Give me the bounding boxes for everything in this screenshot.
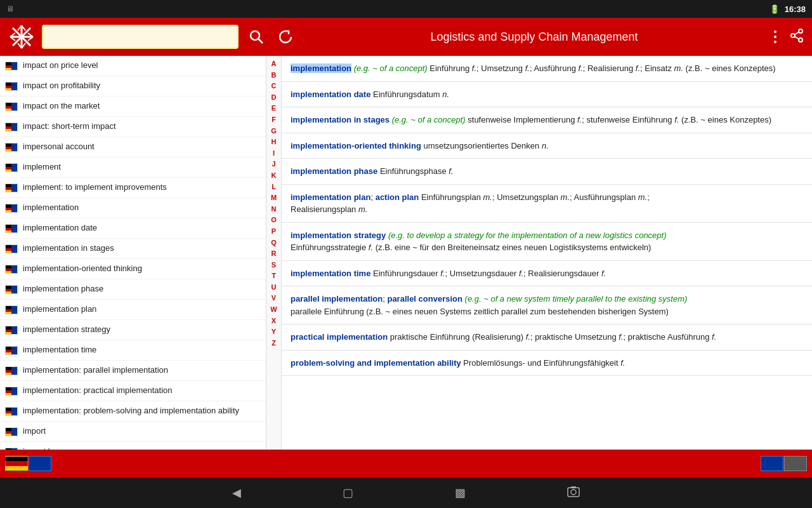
example-text: (e.g. ~ of a new system timely parallel …	[465, 294, 688, 304]
list-item[interactable]: import	[0, 422, 266, 442]
definition-text: Einführungsstrategie f. (z.B. eine ~ für…	[291, 243, 651, 252]
alpha-N[interactable]: N	[272, 204, 277, 215]
alpha-S[interactable]: S	[272, 260, 276, 271]
list-item[interactable]: implementation-oriented thinking	[0, 259, 266, 279]
list-item[interactable]: implementation plan	[0, 300, 266, 320]
screen-icon: 🖥	[6, 4, 14, 13]
definition-implementation-strategy[interactable]: implementation strategy (e.g. to develop…	[282, 223, 812, 261]
term-label: implementation time	[291, 269, 370, 278]
list-item[interactable]: impact on price level	[0, 56, 266, 76]
alpha-O[interactable]: O	[271, 215, 277, 226]
left-panel: impact on price level impact on profitab…	[0, 56, 266, 450]
definition-implementation-stages[interactable]: implementation in stages (e.g. ~ of a co…	[282, 107, 812, 133]
screenshot-button[interactable]	[567, 486, 580, 500]
alpha-B[interactable]: B	[272, 70, 277, 81]
list-item[interactable]: implementation in stages	[0, 239, 266, 259]
alpha-H[interactable]: H	[272, 137, 277, 148]
list-item[interactable]: implementation date	[0, 218, 266, 239]
app-title: Logistics and Supply Chain Management	[430, 30, 638, 43]
alpha-E[interactable]: E	[272, 103, 276, 114]
definition-text: Einführung f.; Umsetzung f.; Ausführung …	[429, 64, 775, 73]
alpha-R[interactable]: R	[272, 248, 277, 260]
share-button[interactable]	[789, 28, 804, 46]
example-text: (e.g. to develop a strategy for the impl…	[388, 231, 667, 240]
recents-button[interactable]: ▩	[455, 486, 466, 500]
svg-line-18	[795, 32, 799, 34]
term-label: implementation in stages	[291, 115, 390, 124]
list-item[interactable]: implementation: parallel implementation	[0, 361, 266, 381]
time-display: 16:38	[785, 4, 806, 14]
list-item[interactable]: implementation time	[0, 340, 266, 361]
alpha-C[interactable]: C	[272, 81, 277, 92]
app-logo	[8, 23, 36, 51]
definition-implementation-date[interactable]: implementation date Einführungsdatum n.	[282, 82, 812, 108]
list-item[interactable]: import ban	[0, 442, 266, 450]
list-item[interactable]: implementation phase	[0, 279, 266, 300]
definition-implementation-oriented[interactable]: implementation-oriented thinking umsetzu…	[282, 133, 812, 159]
alpha-V[interactable]: V	[272, 293, 276, 304]
svg-line-17	[795, 36, 799, 39]
definition-parallel-implementation[interactable]: parallel implementation; parallel conver…	[282, 286, 812, 324]
svg-point-16	[799, 38, 802, 42]
alpha-D[interactable]: D	[272, 92, 277, 104]
definition-implementation-phase[interactable]: implementation phase Einführungsphase f.	[282, 159, 812, 185]
alpha-A[interactable]: A	[272, 58, 277, 70]
definition-implementation-time[interactable]: implementation time Einführungsdauer f.;…	[282, 261, 812, 287]
bottom-flags-right[interactable]	[761, 456, 807, 471]
definition-text: Einführungsphase f.	[380, 166, 454, 176]
svg-point-12	[251, 31, 259, 40]
alpha-J[interactable]: J	[272, 159, 275, 170]
bottom-flags-left[interactable]	[5, 456, 51, 471]
alpha-U[interactable]: U	[272, 282, 277, 293]
battery-icon: 🔋	[769, 4, 780, 14]
list-item[interactable]: implementation: problem-solving and impl…	[0, 401, 266, 422]
list-item[interactable]: implement	[0, 157, 266, 178]
example-text: (e.g. ~ of a concept)	[392, 115, 466, 124]
definition-implementation[interactable]: implementation (e.g. ~ of a concept) Ein…	[282, 56, 812, 82]
list-item[interactable]: impact: short-term impact	[0, 117, 266, 137]
search-button[interactable]	[245, 25, 268, 48]
alpha-K[interactable]: K	[272, 170, 277, 182]
svg-line-13	[258, 39, 263, 43]
alpha-Y[interactable]: Y	[272, 326, 276, 338]
home-button[interactable]: ▢	[343, 486, 353, 500]
alpha-M[interactable]: M	[271, 192, 277, 204]
flag-german	[5, 456, 28, 471]
alpha-Q[interactable]: Q	[271, 237, 277, 249]
alpha-T[interactable]: T	[272, 271, 276, 282]
refresh-button[interactable]	[274, 25, 297, 48]
alpha-W[interactable]: W	[270, 304, 277, 316]
list-item[interactable]: impact on profitability	[0, 76, 266, 97]
svg-rect-21	[571, 486, 576, 488]
list-item[interactable]: implement: to implement improvements	[0, 178, 266, 198]
definition-text: Einführungsdatum n.	[373, 90, 449, 99]
alpha-P[interactable]: P	[272, 226, 276, 237]
term-label: implementation	[291, 64, 351, 73]
definition-problem-solving[interactable]: problem-solving and implementation abili…	[282, 351, 812, 377]
header-center: Logistics and Supply Chain Management	[297, 30, 771, 44]
menu-dots-button[interactable]	[771, 28, 779, 46]
list-item[interactable]: implementation: practical implementation	[0, 381, 266, 401]
alpha-G[interactable]: G	[271, 126, 277, 137]
flag-gray	[784, 456, 807, 471]
alpha-L[interactable]: L	[272, 182, 276, 193]
top-header: Logistics and Supply Chain Management	[0, 18, 812, 56]
alpha-X[interactable]: X	[272, 316, 276, 327]
definition-implementation-plan[interactable]: implementation plan; action plan Einführ…	[282, 185, 812, 223]
list-item[interactable]: implementation strategy	[0, 320, 266, 340]
right-panel: implementation (e.g. ~ of a concept) Ein…	[282, 56, 812, 450]
example-text: (e.g. ~ of a concept)	[354, 64, 428, 73]
alpha-I[interactable]: I	[273, 148, 275, 159]
list-item[interactable]: implementation	[0, 198, 266, 218]
definition-text: praktische Einführung (Realisierung) f.;…	[390, 332, 717, 342]
definition-practical-implementation[interactable]: practical implementation praktische Einf…	[282, 324, 812, 351]
alpha-Z[interactable]: Z	[272, 338, 276, 349]
term-label: practical implementation	[291, 332, 388, 342]
list-item[interactable]: impact on the market	[0, 97, 266, 117]
svg-point-20	[571, 490, 576, 495]
back-button[interactable]: ◀	[232, 486, 241, 500]
alpha-F[interactable]: F	[272, 114, 276, 126]
search-input[interactable]	[42, 25, 239, 49]
svg-point-15	[791, 34, 795, 37]
list-item[interactable]: impersonal account	[0, 137, 266, 157]
